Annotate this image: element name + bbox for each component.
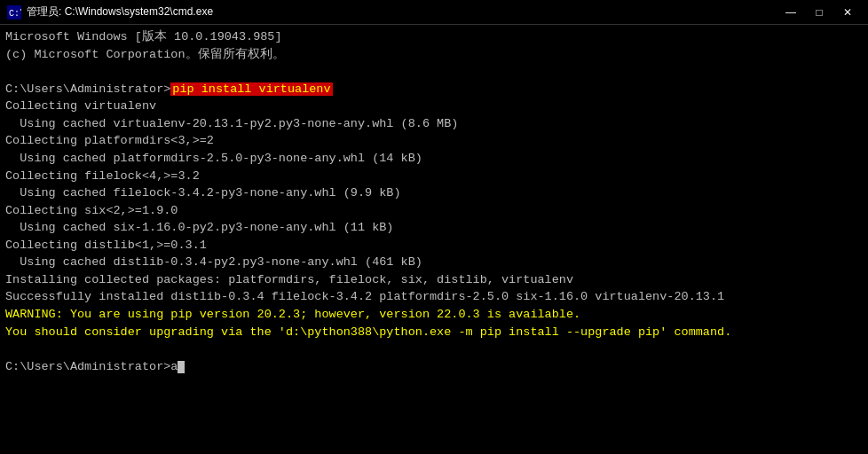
line-3 — [5, 63, 863, 81]
window-title: 管理员: C:\Windows\system32\cmd.exe — [27, 4, 213, 20]
window-controls: — □ ✕ — [777, 4, 861, 21]
maximize-button[interactable]: □ — [806, 4, 832, 21]
line-10: Using cached filelock-3.4.2-py3-none-any… — [5, 184, 863, 202]
cmd-window: C:\ 管理员: C:\Windows\system32\cmd.exe — □… — [0, 0, 868, 454]
line-7: Collecting platformdirs<3,>=2 — [5, 132, 863, 150]
line-1: Microsoft Windows [版本 10.0.19043.985] — [5, 28, 863, 46]
line-2: (c) Microsoft Corporation。保留所有权利。 — [5, 46, 863, 64]
minimize-button[interactable]: — — [777, 4, 804, 21]
title-bar-left: C:\ 管理员: C:\Windows\system32\cmd.exe — [7, 4, 213, 20]
line-13: Collecting distlib<1,>=0.3.1 — [5, 237, 863, 254]
line-16: Successfully installed distlib-0.3.4 fil… — [5, 288, 863, 306]
line-warning-1: WARNING: You are using pip version 20.2.… — [5, 306, 863, 324]
svg-text:C:\: C:\ — [9, 9, 21, 19]
line-15: Installing collected packages: platformd… — [5, 271, 863, 289]
line-warning-2: You should consider upgrading via the 'd… — [5, 324, 863, 341]
line-11: Collecting six<2,>=1.9.0 — [5, 202, 863, 220]
line-prompt: C:\Users\Administrator>a — [5, 358, 863, 376]
line-12: Using cached six-1.16.0-py2.py3-none-any… — [5, 219, 863, 237]
terminal-body[interactable]: Microsoft Windows [版本 10.0.19043.985] (c… — [0, 25, 868, 454]
line-14: Using cached distlib-0.3.4-py2.py3-none-… — [5, 254, 863, 271]
line-8: Using cached platformdirs-2.5.0-py3-none… — [5, 150, 863, 168]
title-bar: C:\ 管理员: C:\Windows\system32\cmd.exe — □… — [0, 0, 868, 25]
line-blank — [5, 340, 863, 358]
line-9: Collecting filelock<4,>=3.2 — [5, 168, 863, 185]
cmd-icon: C:\ — [7, 5, 21, 20]
line-5: Collecting virtualenv — [5, 98, 863, 115]
close-button[interactable]: ✕ — [834, 4, 861, 21]
line-4: C:\Users\Administrator>pip install virtu… — [5, 81, 863, 98]
line-6: Using cached virtualenv-20.13.1-py2.py3-… — [5, 115, 863, 133]
